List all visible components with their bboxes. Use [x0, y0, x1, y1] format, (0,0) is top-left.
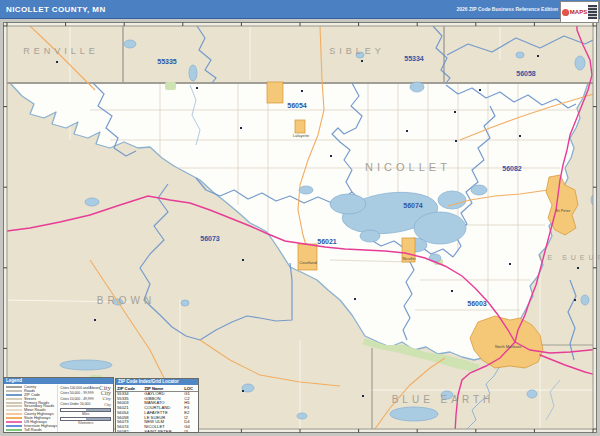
zip-index-cell: SAINT PETER [143, 430, 183, 433]
legend-city-label: Cities 100,000 and Above [60, 386, 99, 390]
urban-nicollet [402, 238, 415, 262]
urban-winthrop [267, 82, 283, 103]
county-map-graphic [0, 0, 600, 436]
city-sample-glyph: City [104, 402, 111, 407]
legend-swatch [6, 413, 22, 415]
legend-swatch [6, 405, 22, 407]
map-canvas [0, 22, 600, 433]
legend-swatch [6, 429, 22, 431]
legend-swatch [6, 409, 22, 411]
legend-swatch [6, 425, 22, 427]
zip-index-cell: 56082 [116, 430, 143, 433]
legend-swatch [6, 386, 22, 388]
legend-city-label: Cities 50,000 - 99,999 [60, 391, 93, 395]
legend-panel: Legend CountyRoadsZIP CodeStreetsPrimary… [3, 377, 114, 433]
scale-bar-km: Kilometers [60, 417, 111, 425]
map-page: NICOLLET COUNTY, MN 2026 ZIP Code Busine… [0, 0, 600, 436]
legend-swatch [6, 417, 22, 419]
publisher-logo: MAPS [560, 1, 599, 23]
legend-city-size-item: Cities 10,000 - 49,999City [60, 396, 111, 402]
scale-km-label: Kilometers [60, 421, 111, 425]
legend-swatch [6, 394, 22, 396]
legend-city-label: Cities Under 10,000 [60, 402, 90, 406]
scale-bar-miles: Miles [60, 408, 111, 416]
urban-courtland [298, 244, 317, 270]
legend-item-label: Toll Roads [24, 428, 42, 432]
legend-city-label: Cities 10,000 - 49,999 [60, 397, 93, 401]
scale-miles-label: Miles [60, 412, 111, 416]
legend-item: Toll Roads [6, 428, 57, 432]
zip-index-row: 56082SAINT PETERI3 [116, 430, 198, 433]
legend-items: CountyRoadsZIP CodeStreetsPrimary RoadsS… [6, 385, 57, 432]
zip-index-panel: ZIP Code Index/Grid Locator ZIP CodeZIP … [115, 378, 199, 433]
legend-city-sizes: Cities 100,000 and AboveCityCities 50,00… [60, 385, 111, 407]
legend-swatch [6, 398, 22, 400]
legend-city-size-item: Cities 50,000 - 99,999City [60, 391, 111, 397]
legend-city-size-item: Cities Under 10,000City [60, 402, 111, 408]
legend-swatch [6, 421, 22, 423]
zip-index-table: ZIP CodeZIP NameLOC 55334GAYLORDG155335G… [116, 386, 198, 433]
urban-lafayette [295, 120, 305, 133]
city-sample-glyph: City [102, 396, 111, 401]
legend-swatch [6, 390, 22, 392]
logo-badge [588, 5, 597, 19]
legend-swatch [6, 402, 22, 404]
zip-index-title: ZIP Code Index/Grid Locator [116, 379, 198, 385]
zip-index-cell: I3 [183, 430, 198, 433]
globe-icon [562, 9, 569, 16]
logo-brand-text: MAPS [570, 9, 587, 15]
